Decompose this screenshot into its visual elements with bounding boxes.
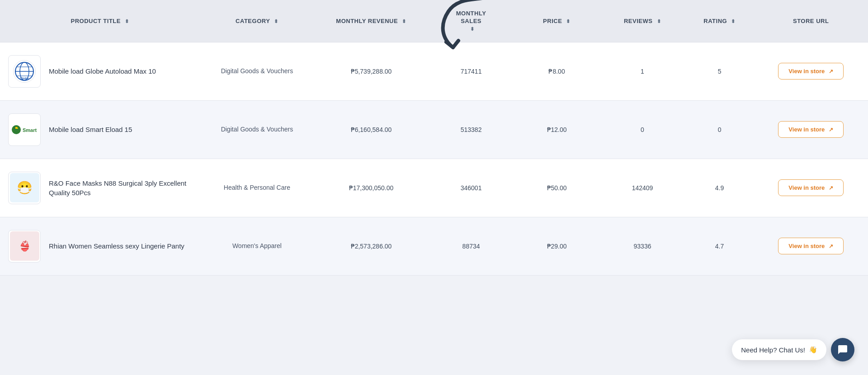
col-header-monthly-sales[interactable]: MONTHLYSALES ⬍ <box>428 0 514 42</box>
monthly-revenue-cell: ₱2,573,286.00 <box>314 217 429 275</box>
price-cell: ₱50.00 <box>514 159 599 217</box>
view-in-store-button[interactable]: View in store ↗ <box>778 179 844 196</box>
reviews-cell: 1 <box>599 42 685 100</box>
view-in-store-button[interactable]: View in store ↗ <box>778 63 844 80</box>
view-in-store-button[interactable]: View in store ↗ <box>778 238 844 254</box>
rating-cell: 5 <box>685 42 754 100</box>
product-image: Smart <box>8 113 41 146</box>
product-image: 😷 <box>8 172 41 204</box>
store-url-cell: View in store ↗ <box>754 42 868 100</box>
category-cell: Digital Goods & Vouchers <box>200 100 314 159</box>
view-in-store-button[interactable]: View in store ↗ <box>778 121 844 138</box>
table-row: 👙 Rhian Women Seamless sexy Lingerie Pan… <box>0 217 868 275</box>
lingerie-image: 👙 <box>10 231 39 261</box>
product-title-cell: 😷 R&O Face Masks N88 Surgical 3ply Excel… <box>0 159 200 217</box>
table-row: 😷 R&O Face Masks N88 Surgical 3ply Excel… <box>0 159 868 217</box>
monthly-sales-cell: 88734 <box>428 217 514 275</box>
category-cell: Health & Personal Care <box>200 159 314 217</box>
rating-cell: 0 <box>685 100 754 159</box>
monthly-revenue-cell: ₱17,300,050.00 <box>314 159 429 217</box>
store-url-cell: View in store ↗ <box>754 217 868 275</box>
sort-icon-sales: ⬍ <box>470 26 475 32</box>
svg-point-6 <box>12 125 21 134</box>
rating-cell: 4.9 <box>685 159 754 217</box>
sort-icon-price: ⬍ <box>566 19 571 24</box>
chat-emoji: 👋 <box>809 346 817 354</box>
chat-bubble[interactable]: Need Help? Chat Us! 👋 <box>732 339 826 360</box>
external-link-icon: ↗ <box>829 185 833 191</box>
category-cell: Women's Apparel <box>200 217 314 275</box>
monthly-sales-cell: 346001 <box>428 159 514 217</box>
svg-text:Smart: Smart <box>23 127 37 133</box>
chat-open-button[interactable] <box>831 338 854 361</box>
monthly-sales-cell: 513382 <box>428 100 514 159</box>
rating-cell: 4.7 <box>685 217 754 275</box>
sort-icon-reviews: ⬍ <box>657 19 661 24</box>
col-header-reviews[interactable]: REVIEWS ⬍ <box>599 0 685 42</box>
table-row: Smart Mobile load Smart Eload 15 Digital… <box>0 100 868 159</box>
product-title-cell: Globe Mobile load Globe Autoload Max 10 <box>0 42 200 100</box>
product-image: 👙 <box>8 230 41 262</box>
external-link-icon: ↗ <box>829 68 833 75</box>
table-header-row: PRODUCT TITLE ⬍ CATEGORY ⬍ MONTHLY REVEN… <box>0 0 868 42</box>
price-cell: ₱8.00 <box>514 42 599 100</box>
monthly-revenue-cell: ₱5,739,288.00 <box>314 42 429 100</box>
price-cell: ₱12.00 <box>514 100 599 159</box>
price-cell: ₱29.00 <box>514 217 599 275</box>
table-row: Globe Mobile load Globe Autoload Max 10 … <box>0 42 868 100</box>
col-header-category[interactable]: CATEGORY ⬍ <box>200 0 314 42</box>
reviews-cell: 93336 <box>599 217 685 275</box>
monthly-revenue-cell: ₱6,160,584.00 <box>314 100 429 159</box>
svg-text:Globe: Globe <box>20 77 29 80</box>
store-url-cell: View in store ↗ <box>754 159 868 217</box>
product-title-cell: Smart Mobile load Smart Eload 15 <box>0 100 200 159</box>
product-title-cell: 👙 Rhian Women Seamless sexy Lingerie Pan… <box>0 217 200 275</box>
external-link-icon: ↗ <box>829 127 833 133</box>
col-header-store-url: STORE URL <box>754 0 868 42</box>
sort-icon-revenue: ⬍ <box>402 19 406 24</box>
col-header-price[interactable]: PRICE ⬍ <box>514 0 599 42</box>
category-cell: Digital Goods & Vouchers <box>200 42 314 100</box>
chat-widget: Need Help? Chat Us! 👋 <box>732 338 854 361</box>
col-header-product-title[interactable]: PRODUCT TITLE ⬍ <box>0 0 200 42</box>
product-image: Globe <box>8 55 41 88</box>
sort-icon-rating: ⬍ <box>731 19 736 24</box>
globe-logo: Globe <box>13 60 36 83</box>
reviews-cell: 142409 <box>599 159 685 217</box>
smart-logo: Smart <box>11 121 38 139</box>
col-header-monthly-revenue[interactable]: MONTHLY REVENUE ⬍ <box>314 0 429 42</box>
external-link-icon: ↗ <box>829 243 833 249</box>
sort-icon-category: ⬍ <box>274 19 278 24</box>
monthly-sales-cell: 717411 <box>428 42 514 100</box>
store-url-cell: View in store ↗ <box>754 100 868 159</box>
mask-image: 😷 <box>10 173 39 202</box>
sort-icon-product: ⬍ <box>125 19 129 24</box>
products-table: PRODUCT TITLE ⬍ CATEGORY ⬍ MONTHLY REVEN… <box>0 0 868 276</box>
reviews-cell: 0 <box>599 100 685 159</box>
col-header-rating[interactable]: RATING ⬍ <box>685 0 754 42</box>
